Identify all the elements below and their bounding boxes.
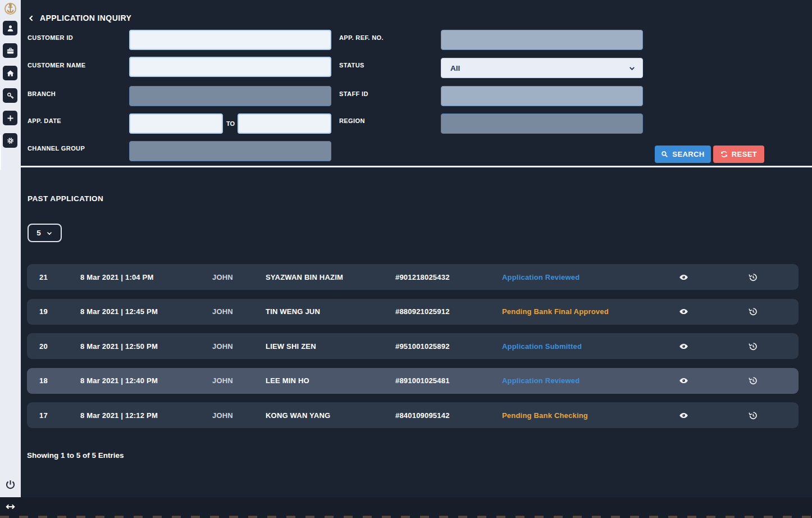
row-agent-name: JOHN bbox=[212, 411, 266, 420]
sidebar bbox=[0, 0, 21, 497]
bottom-scroll-strip[interactable] bbox=[0, 516, 812, 518]
row-status: Application Reviewed bbox=[502, 376, 648, 385]
sidebar-expand-button[interactable] bbox=[5, 502, 16, 511]
expand-horizontal-icon bbox=[5, 502, 16, 511]
row-agent-name: JOHN bbox=[212, 307, 266, 316]
past-application-heading: PAST APPLICATION bbox=[28, 194, 103, 203]
row-status: Pending Bank Final Approved bbox=[502, 307, 648, 316]
history-button[interactable] bbox=[719, 411, 786, 420]
customer-id-input[interactable] bbox=[129, 30, 331, 50]
row-id: 18 bbox=[39, 376, 80, 385]
table-row[interactable]: 18 8 Mar 2021 | 12:40 PM JOHN LEE MIN HO… bbox=[27, 368, 799, 394]
sidebar-item-settings[interactable] bbox=[3, 133, 17, 148]
search-button-label: SEARCH bbox=[672, 150, 704, 158]
app-date-label: APP. DATE bbox=[28, 117, 61, 124]
status-select-value: All bbox=[450, 64, 460, 72]
sidebar-item-briefcase[interactable] bbox=[3, 43, 17, 58]
row-customer-name: TIN WENG JUN bbox=[266, 307, 395, 316]
row-status: Pending Bank Checking bbox=[502, 411, 648, 420]
application-inquiry-form: APPLICATION INQUIRY CUSTOMER ID CUSTOMER… bbox=[21, 0, 812, 167]
past-application-table: 21 8 Mar 2021 | 1:04 PM JOHN SYAZWAN BIN… bbox=[27, 264, 799, 437]
status-select[interactable]: All bbox=[441, 58, 643, 78]
row-datetime: 8 Mar 2021 | 1:04 PM bbox=[80, 273, 212, 281]
row-reference-number: #951001025892 bbox=[395, 342, 502, 351]
staff-id-input bbox=[441, 86, 643, 106]
history-icon bbox=[748, 376, 758, 385]
row-reference-number: #840109095142 bbox=[395, 411, 502, 420]
app-date-to-label: TO bbox=[226, 120, 235, 127]
row-status: Application Submitted bbox=[502, 342, 648, 351]
page-size-select[interactable]: 5 bbox=[28, 224, 62, 242]
page-title: APPLICATION INQUIRY bbox=[40, 13, 131, 22]
table-row[interactable]: 20 8 Mar 2021 | 12:50 PM JOHN LIEW SHI Z… bbox=[27, 333, 799, 359]
eye-icon bbox=[679, 342, 688, 351]
back-chevron-icon[interactable] bbox=[28, 15, 35, 22]
history-icon bbox=[748, 342, 758, 351]
table-row[interactable]: 17 8 Mar 2021 | 12:12 PM JOHN KONG WAN Y… bbox=[27, 402, 799, 428]
customer-name-input[interactable] bbox=[129, 57, 331, 77]
search-button[interactable]: SEARCH bbox=[655, 146, 711, 163]
view-button[interactable] bbox=[648, 272, 719, 282]
region-label: REGION bbox=[339, 117, 365, 124]
chevron-down-icon bbox=[46, 230, 53, 237]
row-id: 21 bbox=[39, 273, 80, 281]
region-input bbox=[441, 113, 643, 134]
eye-icon bbox=[679, 411, 688, 420]
channel-group-label: CHANNEL GROUP bbox=[28, 145, 85, 152]
row-reference-number: #880921025912 bbox=[395, 307, 502, 316]
row-agent-name: JOHN bbox=[212, 342, 266, 351]
table-row[interactable]: 21 8 Mar 2021 | 1:04 PM JOHN SYAZWAN BIN… bbox=[27, 264, 799, 290]
branch-label: BRANCH bbox=[28, 90, 56, 97]
history-button[interactable] bbox=[719, 342, 786, 351]
gear-icon bbox=[6, 137, 15, 145]
view-button[interactable] bbox=[648, 307, 719, 316]
row-datetime: 8 Mar 2021 | 12:50 PM bbox=[80, 342, 212, 351]
row-customer-name: LEE MIN HO bbox=[266, 376, 395, 385]
chevron-down-icon bbox=[628, 65, 636, 72]
row-customer-name: SYAZWAN BIN HAZIM bbox=[266, 273, 395, 281]
power-icon bbox=[4, 479, 16, 490]
eye-icon bbox=[679, 307, 688, 316]
briefcase-icon bbox=[6, 47, 15, 55]
row-datetime: 8 Mar 2021 | 12:40 PM bbox=[80, 376, 212, 385]
sidebar-item-key[interactable] bbox=[3, 88, 17, 103]
search-icon bbox=[661, 151, 668, 158]
reset-button[interactable]: RESET bbox=[713, 146, 764, 163]
sidebar-item-home[interactable] bbox=[3, 66, 17, 80]
row-id: 17 bbox=[39, 411, 80, 420]
history-icon bbox=[748, 272, 758, 282]
history-button[interactable] bbox=[719, 376, 786, 385]
row-reference-number: #901218025432 bbox=[395, 273, 502, 281]
view-button[interactable] bbox=[648, 411, 719, 420]
row-agent-name: JOHN bbox=[212, 273, 266, 281]
table-row[interactable]: 19 8 Mar 2021 | 12:45 PM JOHN TIN WENG J… bbox=[27, 299, 799, 325]
logout-power-button[interactable] bbox=[4, 479, 16, 490]
reset-sync-icon bbox=[720, 151, 728, 158]
row-status: Application Reviewed bbox=[502, 273, 648, 281]
entries-count-text: Showing 1 to 5 of 5 Entries bbox=[27, 451, 124, 460]
history-button[interactable] bbox=[719, 272, 786, 282]
row-id: 19 bbox=[39, 307, 80, 316]
customer-name-label: CUSTOMER NAME bbox=[28, 62, 85, 69]
row-agent-name: JOHN bbox=[212, 376, 266, 385]
view-button[interactable] bbox=[648, 376, 719, 385]
row-datetime: 8 Mar 2021 | 12:45 PM bbox=[80, 307, 212, 316]
app-ref-no-input bbox=[441, 30, 643, 50]
row-id: 20 bbox=[39, 342, 80, 351]
row-reference-number: #891001025481 bbox=[395, 376, 502, 385]
history-button[interactable] bbox=[719, 307, 786, 316]
row-customer-name: KONG WAN YANG bbox=[266, 411, 395, 420]
sidebar-scrollbar[interactable] bbox=[0, 135, 1, 170]
app-date-from-input[interactable] bbox=[129, 113, 223, 134]
page-size-value: 5 bbox=[37, 229, 41, 237]
status-label: STATUS bbox=[339, 62, 364, 69]
eye-icon bbox=[679, 272, 688, 282]
customer-id-label: CUSTOMER ID bbox=[28, 34, 73, 41]
sidebar-item-add[interactable] bbox=[3, 111, 17, 125]
sidebar-item-user[interactable] bbox=[3, 21, 17, 35]
home-icon bbox=[6, 69, 15, 78]
view-button[interactable] bbox=[648, 342, 719, 351]
app-logo-anchor-icon[interactable] bbox=[4, 2, 17, 15]
app-date-to-input[interactable] bbox=[238, 113, 331, 134]
reset-button-label: RESET bbox=[732, 150, 757, 158]
